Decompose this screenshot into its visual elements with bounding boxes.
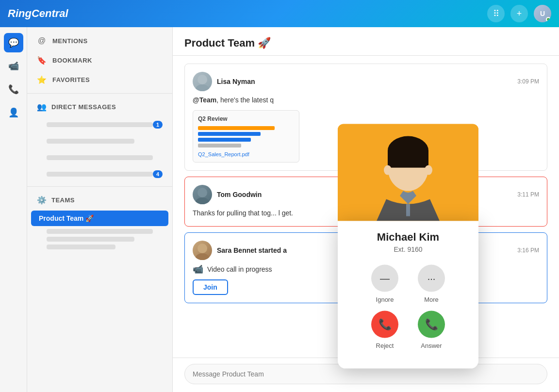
online-status-dot <box>546 17 551 22</box>
more-circle: ··· <box>418 265 445 292</box>
main-layout: 💬 📹 📞 👤 @ MENTIONS 🔖 BOOKMARK ⭐ FAVORITE… <box>0 27 559 392</box>
chat-header: Product Team 🚀 <box>173 27 559 56</box>
sidebar-item-mentions[interactable]: @ MENTIONS <box>27 31 172 50</box>
sidebar-item-bookmark[interactable]: 🔖 BOOKMARK <box>27 50 172 70</box>
dm-item-1[interactable]: 1 <box>27 116 172 133</box>
reject-circle: 📞 <box>371 311 398 338</box>
user-avatar-header[interactable]: U <box>534 5 551 22</box>
ignore-label: Ignore <box>376 296 394 303</box>
caller-name: Michael Kim <box>357 231 459 244</box>
answer-circle: 📞 <box>418 311 445 338</box>
time-1: 3:09 PM <box>517 78 539 85</box>
add-button[interactable]: + <box>510 5 528 22</box>
ignore-icon: — <box>380 273 390 284</box>
avatar-sara <box>193 241 212 260</box>
chart-bars <box>198 126 294 147</box>
svg-point-3 <box>196 197 209 204</box>
teams-label: TEAMS <box>51 196 75 204</box>
reject-icon: 📞 <box>378 318 392 331</box>
svg-rect-9 <box>388 151 428 168</box>
reject-button[interactable]: 📞 Reject <box>371 311 398 349</box>
svg-point-1 <box>196 84 209 91</box>
contacts-icon: 👤 <box>8 107 19 118</box>
more-button[interactable]: ··· More <box>418 265 445 303</box>
chart-bar-1 <box>198 126 275 130</box>
favorites-icon: ⭐ <box>37 75 47 84</box>
svg-rect-12 <box>406 204 410 216</box>
ignore-button[interactable]: — Ignore <box>371 265 398 303</box>
team-item-product[interactable]: Product Team 🚀 <box>31 211 168 226</box>
team-placeholder-1 <box>47 229 153 234</box>
team-product-label: Product Team 🚀 <box>39 214 94 222</box>
ignore-circle: — <box>371 265 398 292</box>
dm-placeholder-2 <box>47 139 134 144</box>
app-header: RingCentral ⠿ + U <box>0 0 559 27</box>
sender-lisa: Lisa Nyman <box>217 78 255 85</box>
dm-item-3[interactable] <box>27 149 172 166</box>
avatar-tom <box>193 185 212 204</box>
sidebar: @ MENTIONS 🔖 BOOKMARK ⭐ FAVORITES 👥 DIRE… <box>27 27 173 392</box>
sidebar-divider-1 <box>27 93 172 94</box>
chart-bar-4 <box>198 144 241 147</box>
sidebar-item-favorites[interactable]: ⭐ FAVORITES <box>27 70 172 89</box>
call-actions-row-2: 📞 Reject 📞 Answer <box>357 311 459 349</box>
team-placeholder-2 <box>47 237 134 242</box>
call-actions-row-1: — Ignore ··· More <box>357 265 459 303</box>
dm-group-icon: 👥 <box>37 102 47 112</box>
messages-nav-button[interactable]: 💬 <box>4 33 23 52</box>
time-2: 3:11 PM <box>517 191 539 198</box>
bookmark-icon: 🔖 <box>37 55 47 65</box>
dm-badge-4: 4 <box>153 170 163 178</box>
answer-icon: 📞 <box>425 318 438 331</box>
team-placeholder-3 <box>47 245 115 249</box>
svg-point-5 <box>196 253 209 260</box>
app-logo: RingCentral <box>8 7 68 20</box>
caller-ext: Ext. 9160 <box>357 245 459 253</box>
video-icon: 📹 <box>8 61 19 71</box>
favorites-label: FAVORITES <box>52 76 90 83</box>
plus-icon: + <box>517 9 522 19</box>
svg-point-2 <box>197 188 207 197</box>
chat-area: Product Team 🚀 Lisa Nyman 3:09 PM @Tea <box>173 27 559 392</box>
attachment-title: Q2 Review <box>198 115 294 122</box>
sender-tom: Tom Goodwin <box>217 191 262 198</box>
contacts-nav-button[interactable]: 👤 <box>4 103 23 122</box>
phone-icon: 📞 <box>8 84 19 95</box>
mentions-icon: @ <box>37 36 47 46</box>
svg-point-0 <box>197 75 207 84</box>
teams-header: ⚙️ TEAMS <box>27 191 172 210</box>
phone-nav-button[interactable]: 📞 <box>4 80 23 99</box>
chart-bar-2 <box>198 132 261 136</box>
attachment-filename: Q2_Sales_Report.pdf <box>198 151 294 157</box>
video-call-icon: 📹 <box>193 264 203 275</box>
join-call-button[interactable]: Join <box>193 279 228 295</box>
messages-icon: 💬 <box>8 37 19 48</box>
mentions-label: MENTIONS <box>52 37 88 45</box>
msg-text-1: @Team, here's the latest q <box>193 95 539 105</box>
video-nav-button[interactable]: 📹 <box>4 56 23 76</box>
more-label: More <box>424 296 439 303</box>
icon-bar: 💬 📹 📞 👤 <box>0 27 27 392</box>
chart-bar-3 <box>198 138 251 142</box>
attachment-card-1[interactable]: Q2 Review Q2_Sales_Report.pdf <box>193 110 299 163</box>
chat-title: Product Team 🚀 <box>184 37 271 49</box>
dm-placeholder-1 <box>47 122 153 127</box>
svg-point-4 <box>197 244 207 253</box>
time-3: 3:16 PM <box>517 247 539 254</box>
bookmark-label: BOOKMARK <box>52 57 92 64</box>
dm-placeholder-4 <box>47 172 153 177</box>
grid-icon-button[interactable]: ⠿ <box>487 5 505 22</box>
header-actions: ⠿ + U <box>487 5 551 22</box>
svg-point-10 <box>384 165 392 175</box>
answer-label: Answer <box>421 342 442 349</box>
sidebar-divider-2 <box>27 186 172 187</box>
message-header-1: Lisa Nyman 3:09 PM <box>193 72 539 91</box>
direct-messages-header: 👥 DIRECT MESSAGES <box>27 98 172 116</box>
reject-label: Reject <box>376 342 394 349</box>
answer-button[interactable]: 📞 Answer <box>418 311 445 349</box>
avatar-lisa <box>193 72 212 91</box>
dm-item-4[interactable]: 4 <box>27 166 172 182</box>
teams-group-icon: ⚙️ <box>37 196 47 205</box>
dm-item-2[interactable] <box>27 133 172 149</box>
dm-badge-1: 1 <box>153 121 163 129</box>
